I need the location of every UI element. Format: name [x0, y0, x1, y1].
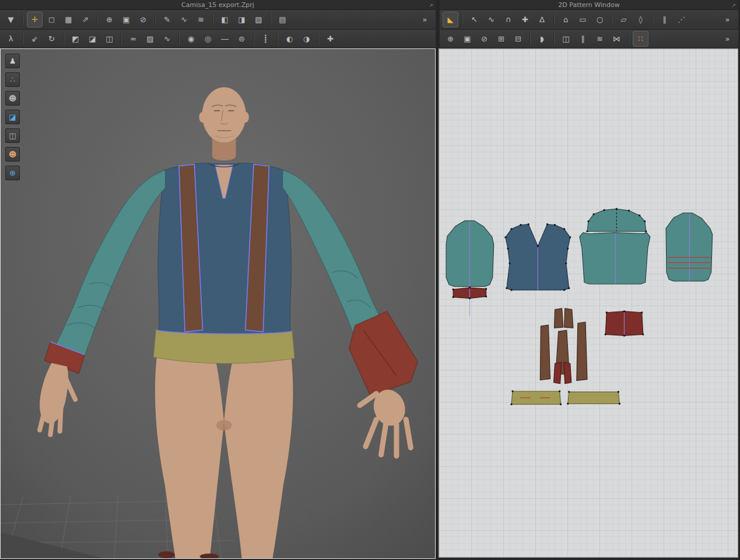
dart-rectangle-icon: ▱ — [621, 16, 627, 23]
mirror-paste-right-button[interactable]: ◑ — [299, 31, 314, 47]
flatten-segment-button[interactable]: ◫ — [101, 31, 117, 47]
grade-increase-button[interactable]: ⊞ — [493, 31, 509, 47]
walk-avatar-button[interactable]: λ — [3, 31, 19, 47]
pattern-piece-strap-red-tip-2[interactable] — [564, 362, 571, 384]
segment-sewing-2d-button[interactable]: ∥ — [575, 31, 591, 47]
scene-3d[interactable] — [1, 49, 435, 558]
pin-box-button[interactable]: ▣ — [118, 12, 134, 27]
stripe-vertical-button[interactable]: ∥ — [657, 12, 672, 27]
edit-curvature-button[interactable]: ∿ — [483, 12, 499, 27]
pattern-piece-strap-strip-5[interactable] — [577, 322, 587, 381]
avatar-edit-button[interactable]: ☻ — [5, 91, 20, 106]
steam-brush-button[interactable]: ≈ — [125, 31, 141, 47]
transform-gizmo-icon: ⇗ — [82, 16, 89, 23]
garment-waistband[interactable] — [153, 330, 294, 363]
mn-sewing-2d-button[interactable]: ⋈ — [609, 31, 625, 47]
segment-sewing-button[interactable]: ∿ — [176, 12, 192, 27]
avatar-display-style-button[interactable]: ∴ — [5, 72, 20, 87]
pattern-window-2d[interactable] — [439, 48, 738, 558]
pattern-piece-front-bodice[interactable] — [504, 223, 571, 291]
pattern-piece-cuff-right[interactable] — [605, 310, 644, 336]
flatten-2d-button[interactable]: ◫ — [558, 31, 574, 47]
sync-down-button[interactable]: ▼ — [3, 12, 19, 27]
trace-button[interactable]: Δ — [534, 12, 550, 27]
titlebar-2d-window[interactable]: 2D Pattern Window ↗ — [440, 0, 738, 10]
pattern-piece-cuff-left[interactable] — [453, 287, 487, 299]
popout-icon[interactable]: ↗ — [429, 1, 433, 10]
pattern-piece-strap-strip-2[interactable] — [555, 309, 563, 328]
iron-button[interactable]: ◗ — [534, 31, 550, 47]
polygon-pattern-button[interactable]: ⌂ — [558, 12, 574, 27]
mirror-paste-left-button[interactable]: ◐ — [282, 31, 297, 47]
pattern-piece-sleeve-right[interactable] — [666, 213, 713, 281]
viewport-3d[interactable]: ♟∴☻◪◫☻⊕ — [0, 48, 436, 559]
free-sewing-2d-button[interactable]: ≋ — [592, 31, 608, 47]
pattern-piece-strap-red-tip-1[interactable] — [554, 362, 562, 384]
edit-pattern-button[interactable]: ↖ — [467, 12, 482, 27]
flatten-icon: ◪ — [89, 35, 96, 43]
rotate-tape-button[interactable]: ↻ — [44, 31, 59, 47]
pattern-piece-back-yoke[interactable] — [587, 208, 647, 232]
select-move-button[interactable]: ✛ — [27, 12, 43, 27]
circle-pattern-button[interactable]: ○ — [592, 12, 608, 27]
stripe-diagonal-button[interactable]: ⋰ — [674, 12, 689, 27]
pin-2d-button[interactable]: ⊕ — [443, 31, 458, 47]
select-lasso-button[interactable]: ◻ — [44, 12, 59, 27]
grade-decrease-button[interactable]: ⊟ — [510, 31, 526, 47]
transform-pattern-button[interactable]: ◣ — [443, 12, 458, 27]
show-sewing-points-button[interactable]: ∷ — [633, 31, 648, 47]
tack-button[interactable]: ▧ — [251, 12, 266, 27]
toolbar-row-1: ▼✛◻▦⇗⊕▣⊘✎∿≋◧◨▧▤» ◣↖∿∩✚Δ⌂▭○▱◊∥⋰» — [0, 10, 740, 30]
pattern-piece-sleeve-left[interactable] — [446, 220, 494, 316]
show-3d-grid-button[interactable]: ⊕ — [5, 166, 20, 180]
utility-tool-button[interactable]: ✚ — [322, 31, 338, 47]
smooth-brush-button[interactable]: ∿ — [159, 31, 175, 47]
measure-tape-button[interactable]: ― — [217, 31, 233, 47]
grid-quad-button[interactable]: ▤ — [275, 12, 290, 27]
rectangle-pattern-button[interactable]: ▭ — [575, 12, 591, 27]
fold-arrangement-icon: ◧ — [221, 16, 228, 23]
pattern-piece-waistband-back[interactable] — [567, 391, 620, 404]
fasten-button-button[interactable]: ⊜ — [234, 31, 250, 47]
sewing-edit-button[interactable]: ✎ — [159, 12, 175, 27]
tack-on-avatar-button[interactable]: ◨ — [234, 12, 250, 27]
fold-arrangement-button[interactable]: ◧ — [217, 12, 233, 27]
select-mesh-button[interactable]: ▦ — [61, 12, 76, 27]
free-sewing-button[interactable]: ≋ — [193, 12, 209, 27]
pin-button[interactable]: ⊕ — [101, 12, 117, 27]
show-avatar-button[interactable]: ♟ — [5, 54, 20, 68]
more-tools-button[interactable]: » — [417, 12, 433, 27]
toolbar-separator — [97, 13, 98, 26]
zipper-button[interactable]: ┋ — [258, 31, 273, 47]
popout-icon[interactable]: ↗ — [731, 1, 736, 10]
button-button[interactable]: ◉ — [183, 31, 199, 47]
pattern-piece-back-bodice[interactable] — [580, 233, 650, 284]
add-point-icon: ✚ — [522, 16, 528, 23]
remove-pin-button[interactable]: ⊘ — [135, 12, 151, 27]
titlebar-3d-window[interactable]: Camisa_15 export.Zprj ↗ — [0, 0, 436, 10]
pattern-piece-waistband-front[interactable] — [511, 390, 562, 405]
show-garment-button[interactable]: ◪ — [5, 110, 20, 124]
solidify-brush-button[interactable]: ▨ — [142, 31, 158, 47]
avatar-head — [202, 88, 246, 143]
rectangle-pattern-icon: ▭ — [579, 16, 586, 23]
add-point-button[interactable]: ✚ — [517, 12, 533, 27]
avatar-left-shoe — [158, 551, 174, 558]
remove-pin-2d-button[interactable]: ⊘ — [476, 31, 492, 47]
dart-diamond-button[interactable]: ◊ — [633, 12, 648, 27]
pattern-piece-strap-strip-3[interactable] — [564, 309, 573, 328]
pin-box-2d-button[interactable]: ▣ — [460, 31, 475, 47]
transform-gizmo-button[interactable]: ⇗ — [78, 12, 93, 27]
more-tools-2d-button[interactable]: » — [720, 12, 735, 27]
scale-tape-button[interactable]: ⇙ — [27, 31, 43, 47]
pattern-canvas[interactable] — [439, 49, 738, 557]
pattern-piece-strap-strip-1[interactable] — [540, 325, 550, 380]
garment-thickness-button[interactable]: ◫ — [5, 128, 20, 143]
flatten-symmetric-button[interactable]: ◩ — [68, 31, 83, 47]
buttonhole-button[interactable]: ◎ — [200, 31, 216, 47]
show-head-button[interactable]: ☻ — [5, 147, 20, 162]
more-tools-2d-b-button[interactable]: » — [720, 31, 735, 47]
edit-curve-point-button[interactable]: ∩ — [500, 12, 516, 27]
dart-rectangle-button[interactable]: ▱ — [616, 12, 632, 27]
flatten-button[interactable]: ◪ — [85, 31, 100, 47]
